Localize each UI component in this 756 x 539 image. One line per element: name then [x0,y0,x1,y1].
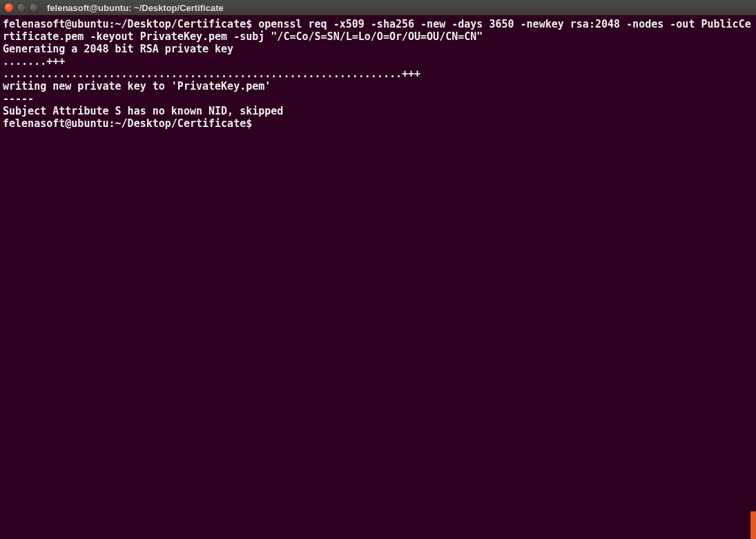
terminal-line: felenasoft@ubuntu:~/Desktop/Certificate$ [3,117,753,130]
shell-prompt: felenasoft@ubuntu:~/Desktop/Certificate$ [3,18,258,30]
terminal-line: Generating a 2048 bit RSA private key [3,43,753,55]
window-titlebar: felenasoft@ubuntu: ~/Desktop/Certificate [0,0,756,15]
terminal-line: felenasoft@ubuntu:~/Desktop/Certificate$… [3,18,753,43]
terminal-line: writing new private key to 'PrivateKey.p… [3,80,753,92]
maximize-icon[interactable] [29,3,39,12]
terminal-line: Subject Attribute S has no known NID, sk… [3,105,753,117]
shell-prompt: felenasoft@ubuntu:~/Desktop/Certificate$ [3,117,258,130]
window-title: felenasoft@ubuntu: ~/Desktop/Certificate [47,3,224,13]
close-icon[interactable] [4,3,14,12]
scrollbar-thumb[interactable] [750,511,756,539]
terminal-line: ----- [3,92,753,105]
terminal-line: ........................................… [3,68,753,80]
terminal-area[interactable]: felenasoft@ubuntu:~/Desktop/Certificate$… [0,15,756,539]
terminal-line: .......+++ [3,55,753,68]
terminal-output: felenasoft@ubuntu:~/Desktop/Certificate$… [3,18,753,130]
minimize-icon[interactable] [17,3,26,12]
